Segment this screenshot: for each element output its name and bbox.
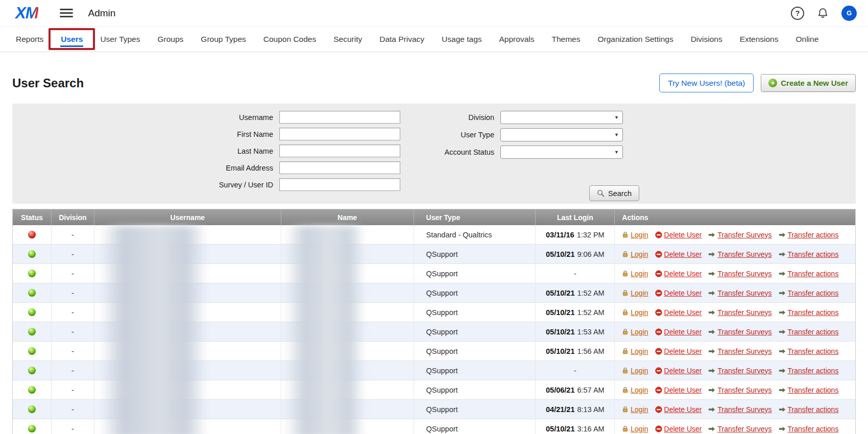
notifications-bell-icon[interactable]: [817, 7, 828, 19]
tab-label: Reports: [16, 35, 43, 44]
cell-last-login: 05/10/211:56 AM: [536, 342, 615, 360]
tab-data-privacy[interactable]: Data Privacy: [371, 27, 433, 52]
transfer-surveys-link[interactable]: Transfer Surveys: [717, 231, 771, 239]
tab-user-types[interactable]: User Types: [91, 27, 149, 52]
transfer-arrow-icon: [779, 368, 786, 374]
transfer-surveys-link[interactable]: Transfer Surveys: [717, 405, 771, 414]
transfer-surveys-link[interactable]: Transfer Surveys: [717, 425, 771, 433]
transfer-actions-link[interactable]: Transfer actions: [788, 425, 839, 433]
delete-user-link[interactable]: Delete User: [664, 386, 702, 394]
tab-users[interactable]: Users: [52, 27, 91, 52]
delete-user-link[interactable]: Delete User: [664, 308, 702, 317]
login-link[interactable]: Login: [631, 308, 648, 317]
login-link[interactable]: Login: [631, 425, 648, 433]
tab-organization-settings[interactable]: Organization Settings: [589, 27, 682, 52]
login-link[interactable]: Login: [631, 328, 648, 336]
delete-user-link[interactable]: Delete User: [664, 347, 702, 355]
transfer-arrow-icon: [708, 387, 715, 393]
login-link[interactable]: Login: [631, 367, 648, 375]
tab-extensions[interactable]: Extensions: [731, 27, 787, 52]
division-select[interactable]: [500, 111, 623, 124]
cell-actions: Login Delete User Transfer Surveys Trans…: [615, 303, 855, 322]
login-link[interactable]: Login: [631, 270, 648, 278]
survey-user-id-input[interactable]: [279, 178, 400, 191]
create-new-user-button[interactable]: + Create a New User: [761, 74, 856, 92]
transfer-actions-link[interactable]: Transfer actions: [788, 347, 839, 355]
avatar[interactable]: G: [841, 6, 857, 21]
delete-user-link[interactable]: Delete User: [664, 250, 702, 258]
transfer-actions-link[interactable]: Transfer actions: [788, 289, 839, 297]
try-new-users-button[interactable]: Try New Users! (beta): [659, 74, 754, 92]
search-button[interactable]: Search: [589, 185, 639, 201]
login-link[interactable]: Login: [631, 347, 648, 355]
transfer-actions-link[interactable]: Transfer actions: [788, 367, 839, 375]
delete-user-link[interactable]: Delete User: [664, 231, 702, 239]
first-name-input[interactable]: [279, 128, 400, 140]
cell-name: [281, 342, 414, 360]
cell-user-type: QSupport: [414, 283, 536, 302]
last-name-input[interactable]: [279, 144, 400, 157]
transfer-actions-link[interactable]: Transfer actions: [788, 308, 839, 317]
tab-approvals[interactable]: Approvals: [491, 27, 543, 52]
transfer-surveys-link[interactable]: Transfer Surveys: [717, 250, 771, 258]
transfer-surveys-link[interactable]: Transfer Surveys: [717, 347, 771, 355]
help-icon[interactable]: ?: [791, 7, 804, 20]
transfer-surveys-link[interactable]: Transfer Surveys: [717, 367, 771, 375]
login-link[interactable]: Login: [631, 289, 648, 297]
transfer-surveys-link[interactable]: Transfer Surveys: [717, 270, 771, 278]
cell-username: [94, 225, 281, 244]
table-row: - QSupport 05/10/211:56 AM Login Delete …: [13, 342, 855, 361]
account-status-select[interactable]: [500, 146, 623, 159]
tab-divisions[interactable]: Divisions: [682, 27, 731, 52]
login-link[interactable]: Login: [631, 405, 648, 414]
delete-user-link[interactable]: Delete User: [664, 328, 702, 336]
cell-user-type: QSupport: [414, 361, 536, 380]
transfer-surveys-link[interactable]: Transfer Surveys: [717, 289, 771, 297]
tab-usage-tags[interactable]: Usage tags: [433, 27, 490, 52]
email-address-input[interactable]: [279, 161, 400, 174]
cell-name: [281, 419, 414, 434]
transfer-surveys-link[interactable]: Transfer Surveys: [717, 308, 771, 317]
tab-coupon-codes[interactable]: Coupon Codes: [255, 27, 325, 52]
login-link[interactable]: Login: [631, 386, 648, 394]
transfer-actions-link[interactable]: Transfer actions: [788, 231, 839, 239]
table-body: - Standard - Qualtrics 03/11/161:32 PM L…: [13, 225, 855, 434]
username-input[interactable]: [279, 111, 400, 124]
tab-groups[interactable]: Groups: [149, 27, 192, 52]
transfer-actions-link[interactable]: Transfer actions: [788, 270, 839, 278]
transfer-actions-link[interactable]: Transfer actions: [788, 405, 839, 414]
tab-themes[interactable]: Themes: [543, 27, 589, 52]
transfer-surveys-link[interactable]: Transfer Surveys: [717, 328, 771, 336]
transfer-actions-link[interactable]: Transfer actions: [788, 250, 839, 258]
login-link[interactable]: Login: [631, 250, 648, 258]
cell-division: -: [52, 400, 94, 419]
lock-icon: [622, 387, 629, 393]
transfer-actions-link[interactable]: Transfer actions: [788, 328, 839, 336]
table-row: - QSupport 05/10/211:52 AM Login Delete …: [13, 283, 855, 303]
cell-user-type: Standard - Qualtrics: [414, 225, 536, 244]
delete-user-link[interactable]: Delete User: [664, 289, 702, 297]
delete-user-link[interactable]: Delete User: [664, 367, 702, 375]
login-link[interactable]: Login: [631, 231, 648, 239]
transfer-surveys-link[interactable]: Transfer Surveys: [717, 386, 771, 394]
tab-reports[interactable]: Reports: [7, 27, 52, 52]
cell-user-type: QSupport: [414, 322, 536, 341]
delete-user-link[interactable]: Delete User: [664, 425, 702, 433]
cell-username: [94, 380, 281, 399]
top-bar: XM Admin ? G: [0, 0, 868, 27]
create-new-user-label: Create a New User: [781, 79, 848, 87]
tab-group-types[interactable]: Group Types: [192, 27, 254, 52]
status-orb-icon: [28, 405, 36, 413]
lock-icon: [622, 425, 629, 432]
user-type-select[interactable]: [500, 128, 623, 141]
transfer-actions-link[interactable]: Transfer actions: [788, 386, 839, 394]
tab-online[interactable]: Online: [787, 27, 828, 52]
delete-user-link[interactable]: Delete User: [664, 405, 702, 414]
cell-last-login: 05/10/219:06 AM: [536, 245, 615, 263]
tab-label: User Types: [100, 35, 140, 44]
delete-user-link[interactable]: Delete User: [664, 270, 702, 278]
hamburger-menu-icon[interactable]: [60, 7, 73, 19]
cell-name: [281, 225, 414, 244]
cell-status: [13, 245, 52, 263]
tab-security[interactable]: Security: [325, 27, 371, 52]
